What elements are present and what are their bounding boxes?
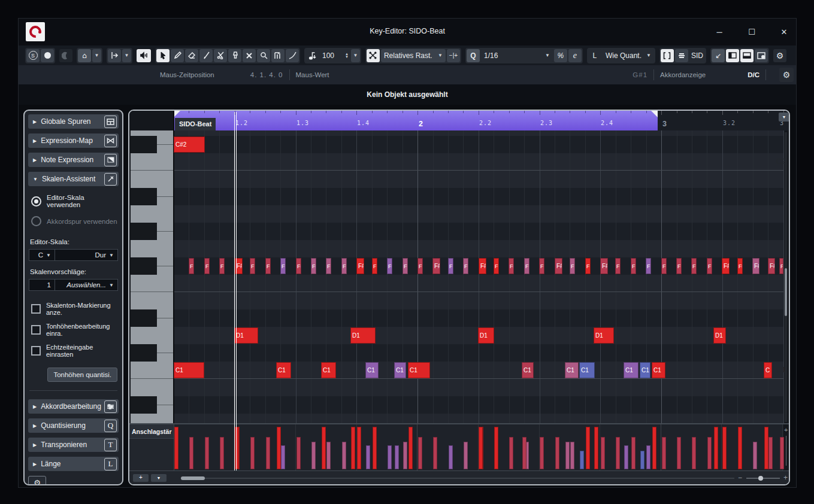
midi-note[interactable]: F# [311,258,316,274]
scale-root-select[interactable]: C▼ [29,249,55,261]
quantize-q-icon[interactable]: Q [467,49,480,62]
snap-type-select[interactable]: Relatives Rast.▼ [381,49,446,62]
velocity-bar[interactable] [631,437,636,469]
trim-tool-icon[interactable] [199,49,213,62]
midi-note[interactable]: F [661,258,667,274]
quantize-pitches-button[interactable]: Tonhöhen quantisi. [47,368,117,382]
velocity-bar[interactable] [342,442,346,469]
midi-note[interactable]: F [204,258,210,274]
show-left-zone-icon[interactable] [726,49,739,62]
insert-velocity-value[interactable]: 100 [320,51,343,60]
horizontal-scrollbar-thumb[interactable] [181,476,205,480]
velocity-vertical-zoom-plus[interactable]: + [784,426,788,433]
velocity-bar[interactable] [662,437,666,469]
velocity-bar[interactable] [311,442,316,469]
window-layout-dropdown[interactable]: ▼ [92,49,101,62]
midi-note[interactable]: F [676,258,682,274]
toolbar-setup-gear-icon[interactable]: ⚙ [773,49,786,62]
quantize-panel-icon[interactable]: e [568,49,582,62]
velocity-bar[interactable] [388,445,392,469]
velocity-bar[interactable] [586,427,590,469]
velocity-dropdown[interactable]: ▼ [351,49,360,62]
velocity-bar[interactable] [408,427,413,469]
playhead[interactable] [234,112,235,470]
velocity-bar[interactable] [373,427,377,469]
velocity-bar[interactable] [189,437,193,469]
midi-note[interactable]: F# [479,258,486,274]
velocity-bar[interactable] [646,445,650,469]
midi-note[interactable]: F [326,258,331,274]
piano-key-black[interactable] [131,309,157,327]
midi-note[interactable]: F [570,258,575,274]
midi-note[interactable]: F# [737,258,743,274]
playhead[interactable] [236,112,237,470]
snap-on-off-icon[interactable] [367,49,380,62]
sidebar-item-quantisierung[interactable]: ▶Quantisierung Q [28,418,119,433]
acoustic-feedback-button[interactable] [137,49,151,62]
horizontal-scrollbar-track[interactable] [181,478,734,479]
velocity-bar[interactable] [494,427,498,469]
midi-note[interactable]: C1 [276,362,291,378]
velocity-bar[interactable] [174,427,178,469]
zoom-slider-handle[interactable] [758,476,763,481]
midi-note[interactable]: F [417,258,423,274]
velocity-bar[interactable] [433,437,437,469]
velocity-bar[interactable] [540,437,544,469]
split-tool-icon[interactable] [214,49,227,62]
minimize-button[interactable]: ─ [713,28,725,37]
sidebar-item-note-expression[interactable]: ▶Note Expression [28,153,119,167]
autoscroll-icon[interactable] [108,49,121,62]
velocity-bar[interactable] [692,437,696,469]
active-part-name[interactable]: SID [689,49,705,62]
midi-note[interactable]: C1 [394,362,406,378]
glue-tool-icon[interactable] [228,49,241,62]
velocity-bar[interactable] [418,437,422,469]
midi-note[interactable]: F [707,258,712,274]
quantize-preset-select[interactable]: 1/16▼ [481,49,553,62]
add-controller-lane-button[interactable]: + [133,474,149,482]
velocity-bar[interactable] [449,445,453,469]
sidebar-item-transponieren[interactable]: ▶Transponieren T [28,438,119,452]
iterative-quantize-icon[interactable]: % [554,49,567,62]
checkbox-snap-live-input[interactable]: Echtzeiteingabe einrasten [31,344,119,358]
velocity-bar[interactable] [326,442,331,469]
part-name-tab[interactable]: SIDO-Beat [175,118,216,130]
open-in-separate-window-icon[interactable]: ↙ [712,49,725,62]
velocity-bar[interactable] [580,451,584,469]
grid-type-icon[interactable]: −|+ [447,49,460,62]
midi-note[interactable]: F# [432,258,440,274]
velocity-bar[interactable] [322,427,326,469]
velocity-lane-title[interactable]: Anschlagstär [129,424,174,439]
midi-note[interactable]: F [524,258,529,274]
piano-key-black[interactable] [131,257,157,275]
piano-key-black[interactable] [131,344,157,362]
velocity-bar[interactable] [351,427,355,469]
scale-mode-select[interactable]: Dur▼ [55,249,118,261]
scale-suggestions-count[interactable]: 1 [29,279,55,291]
velocity-bar[interactable] [714,427,718,469]
ruler-options-dropdown[interactable]: ▼ [779,113,789,122]
vertical-scrollbar-thumb[interactable] [785,268,787,316]
velocity-bar[interactable] [522,437,526,469]
midi-note[interactable]: F [646,258,651,274]
midi-note[interactable]: C1 [640,362,650,378]
velocity-bar[interactable] [753,442,757,469]
midi-note[interactable]: C1 [522,362,534,378]
info-line-setup-gear-icon[interactable]: ⚙ [779,68,794,82]
midi-note[interactable]: F [463,258,468,274]
time-warp-tool-icon[interactable] [271,49,285,62]
erase-tool-icon[interactable] [185,49,198,62]
velocity-bar[interactable] [509,437,513,469]
midi-note[interactable]: F [631,258,636,274]
midi-note[interactable]: F [494,258,499,274]
zoom-in-button[interactable]: + [783,473,788,482]
midi-note[interactable]: F# [509,258,514,274]
velocity-bar[interactable] [780,437,784,469]
line-tool-icon[interactable] [286,49,299,62]
midi-note[interactable]: C1 [652,362,665,378]
velocity-bar[interactable] [555,437,559,469]
midi-note[interactable]: F [219,258,225,274]
radio-use-chord-track[interactable]: Akkordspur verwenden [31,216,119,226]
velocity-bar[interactable] [764,427,768,469]
velocity-bar[interactable] [205,437,209,469]
